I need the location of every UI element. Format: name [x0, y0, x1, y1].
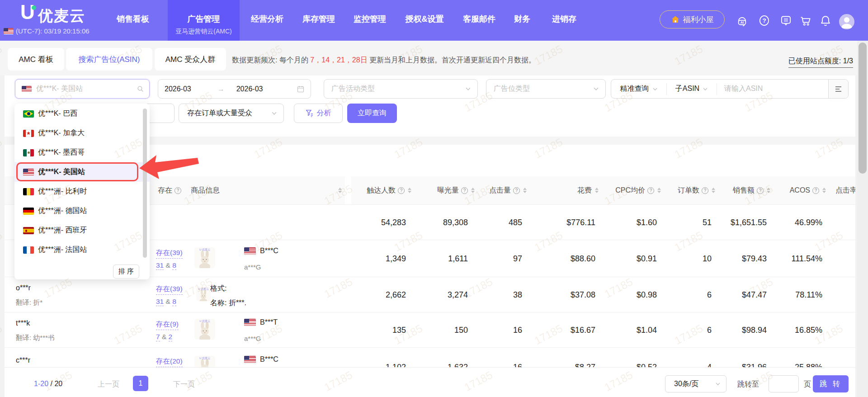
- scrollbar-thumb[interactable]: [859, 43, 867, 174]
- query-button[interactable]: 立即查询: [347, 104, 397, 123]
- prev-page-button[interactable]: 上一页: [98, 380, 119, 389]
- tab-amc-board[interactable]: AMC 看板: [8, 48, 64, 71]
- nav-item[interactable]: 客服邮件: [463, 14, 495, 24]
- next-page-button[interactable]: 下一页: [173, 380, 195, 389]
- cell-value: 89,308: [443, 218, 468, 227]
- date-range-picker[interactable]: 2026-03 → 2026-03: [158, 79, 311, 99]
- exist-link[interactable]: 存在(39): [156, 284, 183, 295]
- sort-carets[interactable]: [657, 188, 661, 193]
- sort-carets[interactable]: [712, 188, 715, 193]
- batch-input-button[interactable]: [828, 80, 848, 98]
- asin-mode-select[interactable]: 子ASIN: [667, 84, 717, 94]
- site-option[interactable]: 优***K- 巴西: [14, 104, 150, 123]
- cell-value: $8.27: [575, 363, 595, 368]
- cell-value: 97: [513, 254, 522, 264]
- cell-value: 6: [707, 290, 712, 300]
- exist-link[interactable]: 存在(9): [156, 320, 179, 330]
- avatar[interactable]: [839, 14, 854, 29]
- nav-item[interactable]: 授权&设置: [406, 14, 444, 24]
- page-size-select[interactable]: 30条/页: [665, 375, 726, 392]
- sort-carets[interactable]: [471, 188, 475, 193]
- cell-value: 485: [509, 218, 522, 227]
- info-icon: ?: [702, 187, 708, 194]
- site-option[interactable]: 优***洲- 西班牙: [14, 221, 150, 240]
- notification-bell-icon[interactable]: [819, 14, 832, 27]
- site-option[interactable]: 优***洲- 德国站: [14, 201, 150, 221]
- site-option[interactable]: 优***K- 加拿大: [14, 123, 150, 143]
- sort-carets[interactable]: [338, 188, 342, 193]
- asin-input[interactable]: 请输入ASIN: [717, 84, 828, 94]
- ai-assistant-icon[interactable]: AI: [736, 14, 748, 27]
- col-3[interactable]: 曝光量?: [437, 176, 475, 204]
- col-9[interactable]: ACOS?: [790, 176, 826, 204]
- product-title: B***T: [244, 318, 278, 326]
- col-product-sort[interactable]: [337, 176, 342, 204]
- cell-value: $0.52: [637, 363, 657, 368]
- br-flag-icon: [23, 110, 34, 118]
- current-page-button[interactable]: 1: [133, 376, 148, 391]
- fixed-column-divider: [345, 176, 351, 204]
- col-8[interactable]: 销售额?: [733, 176, 770, 204]
- nav-item[interactable]: 销售看板: [117, 14, 149, 24]
- image-watermark: U 优麦云: [194, 319, 215, 323]
- jump-page-input[interactable]: [769, 375, 799, 392]
- data-update-notice: 数据更新频次: 每个月的 7，14，21，28日 更新当月和上月数据。首次开通更…: [232, 56, 536, 65]
- sort-carets[interactable]: [822, 188, 826, 193]
- cell-value: $16.67: [571, 326, 595, 335]
- tab-amc-audience[interactable]: AMC 受众人群: [155, 48, 226, 71]
- cell-value: 16.85%: [795, 326, 822, 335]
- col-4[interactable]: 点击量?: [489, 176, 527, 204]
- watermark-text: 17185: [0, 322, 4, 347]
- audience-filter-select[interactable]: 存在订单或大量受众: [179, 104, 284, 123]
- col-5[interactable]: 花费: [577, 176, 599, 204]
- col-clickrate[interactable]: 点击率?: [835, 176, 855, 204]
- help-icon[interactable]: ?: [758, 14, 770, 27]
- exist-counts[interactable]: 31 & 8: [156, 298, 176, 306]
- product-name: 名称: 折***.: [210, 298, 246, 308]
- jump-button[interactable]: 跳 转: [813, 375, 849, 392]
- sort-carets[interactable]: [408, 188, 411, 193]
- cell-value: $1,651.55: [731, 218, 767, 227]
- analyze-button[interactable]: 分析: [294, 104, 343, 123]
- nav-item[interactable]: 财务: [514, 14, 530, 24]
- info-icon: ?: [647, 187, 654, 194]
- site-option[interactable]: 优***K- 墨西哥: [14, 143, 150, 162]
- cell-value: 6: [707, 326, 712, 335]
- nav-item[interactable]: 监控管理: [354, 14, 386, 24]
- info-icon: ?: [175, 187, 181, 194]
- welfare-button[interactable]: 福利小屋: [660, 10, 725, 28]
- nav-item-active[interactable]: 广告管理亚马逊营销云(AMC): [168, 0, 240, 41]
- placement-type-select[interactable]: 广告位类型: [486, 79, 606, 99]
- col-6[interactable]: CPC均价?: [615, 176, 661, 204]
- sort-carets[interactable]: [767, 188, 770, 193]
- exist-counts[interactable]: 31 & 8: [156, 261, 176, 269]
- nav-item[interactable]: 经营分析: [251, 14, 283, 24]
- sort-carets[interactable]: [523, 188, 527, 193]
- feedback-icon[interactable]: [780, 14, 792, 27]
- us-flag-icon: [244, 356, 256, 364]
- precise-query-select[interactable]: 精准查询: [611, 84, 666, 94]
- exist-link[interactable]: 存在(20): [156, 357, 183, 367]
- col-2[interactable]: 触达人数?: [367, 176, 411, 204]
- cell-value: 111.54%: [792, 254, 822, 264]
- page-scrollbar[interactable]: [857, 41, 868, 397]
- cell-value: $79.43: [742, 254, 767, 264]
- site-option[interactable]: 优***洲- 法国站: [14, 240, 150, 260]
- asin-search-group: 精准查询 子ASIN 请输入ASIN: [611, 79, 849, 99]
- sort-carets[interactable]: [595, 188, 599, 193]
- tab-search-placement-asin[interactable]: 搜索广告位(ASIN): [66, 48, 152, 71]
- us-flag-icon: [4, 28, 14, 34]
- cell-value: 38: [513, 290, 522, 300]
- dropdown-scrollbar-thumb[interactable]: [143, 109, 147, 258]
- site-option[interactable]: 优***洲- 比利时: [14, 182, 150, 201]
- col-7[interactable]: 订单数?: [678, 176, 715, 204]
- cart-icon[interactable]: [799, 14, 812, 27]
- exist-link[interactable]: 存在(39): [156, 248, 183, 259]
- exist-counts[interactable]: 7 & 2: [156, 333, 172, 341]
- nav-item[interactable]: 库存管理: [302, 14, 335, 24]
- sort-button[interactable]: 排 序: [113, 265, 139, 279]
- campaign-type-select[interactable]: 广告活动类型: [324, 79, 478, 99]
- nav-item[interactable]: 进销存: [552, 14, 576, 24]
- site-select[interactable]: 优***K- 美国站: [15, 79, 150, 99]
- watermark-text: 17185: [0, 136, 4, 161]
